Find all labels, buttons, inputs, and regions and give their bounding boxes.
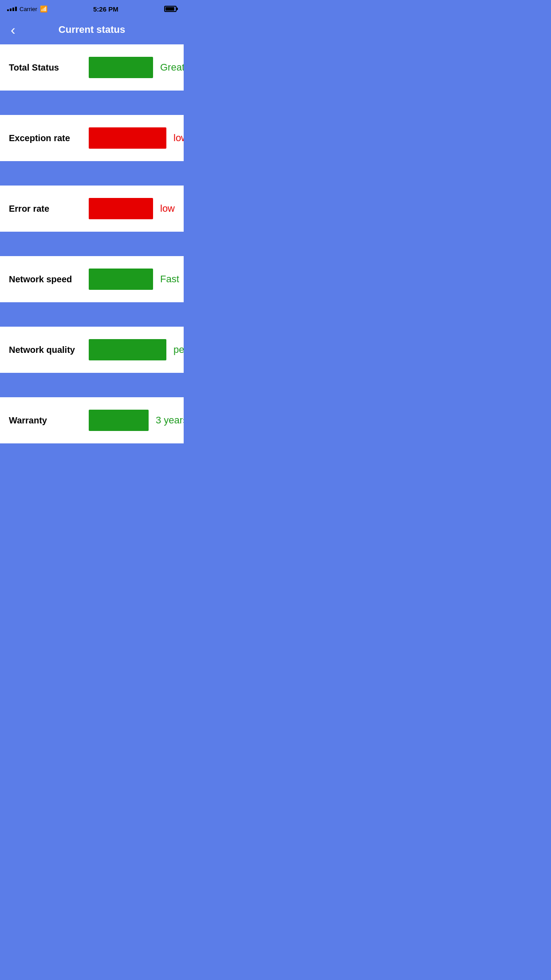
total-status-bar xyxy=(89,57,153,78)
wifi-icon: 📶 xyxy=(40,5,47,12)
exception-rate-label: Exception rate xyxy=(9,133,80,143)
network-quality-content: perfect xyxy=(89,339,184,360)
warranty-label: Warranty xyxy=(9,415,80,426)
battery-icon xyxy=(164,6,177,12)
status-bar-right xyxy=(164,6,177,12)
divider-1 xyxy=(0,91,184,115)
exception-rate-bar xyxy=(89,127,166,149)
error-rate-row: Error rate low xyxy=(0,186,184,232)
error-rate-label: Error rate xyxy=(9,204,80,214)
exception-rate-value: low xyxy=(173,132,184,144)
total-status-value: Great xyxy=(160,62,184,73)
total-status-row: Total Status Great xyxy=(0,44,184,91)
total-status-label: Total Status xyxy=(9,63,80,73)
error-rate-value: low xyxy=(160,203,175,214)
error-rate-content: low xyxy=(89,198,175,219)
nav-header: ‹ Current status xyxy=(0,18,184,44)
exception-rate-row: Exception rate low xyxy=(0,115,184,161)
network-quality-row: Network quality perfect xyxy=(0,327,184,373)
warranty-value: 3 years xyxy=(156,415,184,426)
exception-rate-content: low xyxy=(89,127,184,149)
battery-fill xyxy=(165,7,174,11)
error-rate-bar xyxy=(89,198,153,219)
network-quality-label: Network quality xyxy=(9,345,80,355)
network-speed-row: Network speed Fast xyxy=(0,256,184,302)
page-title: Current status xyxy=(59,24,125,36)
rows-container: Total Status Great Exception rate low Er… xyxy=(0,44,184,497)
network-speed-bar xyxy=(89,269,153,290)
warranty-row: Warranty 3 years xyxy=(0,397,184,443)
status-bar: Carrier 📶 5:26 PM xyxy=(0,0,184,18)
network-quality-value: perfect xyxy=(173,344,184,356)
footer-divider xyxy=(0,443,184,497)
warranty-bar xyxy=(89,410,149,431)
divider-4 xyxy=(0,302,184,327)
back-button[interactable]: ‹ xyxy=(7,21,19,39)
warranty-content: 3 years xyxy=(89,410,184,431)
status-bar-left: Carrier 📶 xyxy=(7,5,47,12)
network-quality-bar xyxy=(89,339,166,360)
divider-2 xyxy=(0,161,184,186)
signal-icon xyxy=(7,7,17,11)
network-speed-label: Network speed xyxy=(9,274,80,285)
carrier-name: Carrier xyxy=(20,6,37,12)
status-bar-time: 5:26 PM xyxy=(93,5,118,13)
divider-5 xyxy=(0,373,184,397)
divider-3 xyxy=(0,232,184,256)
total-status-content: Great xyxy=(89,57,184,78)
network-speed-value: Fast xyxy=(160,273,179,285)
network-speed-content: Fast xyxy=(89,269,179,290)
